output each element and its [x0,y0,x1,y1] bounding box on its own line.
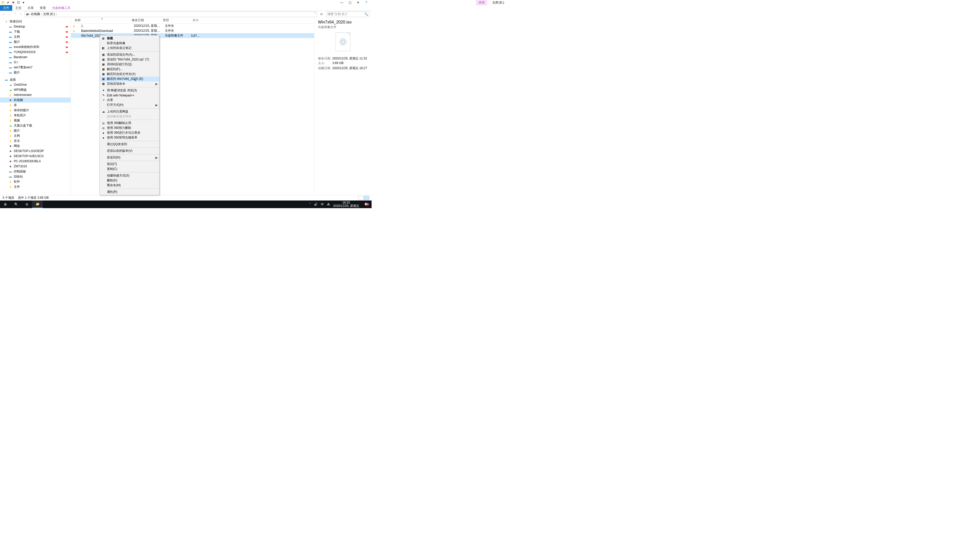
nav-item[interactable]: ▮Administrator [0,92,71,97]
help-icon[interactable]: ? [364,1,368,4]
nav-item[interactable]: ■此电脑 [0,97,71,103]
nav-item[interactable]: ▮图片 [0,128,71,133]
menu-item[interactable]: ▦其他压缩命令▶ [100,81,159,86]
menu-item[interactable]: ●使用 360管理右键菜单 [100,135,159,140]
search-icon[interactable]: 🔍 [364,13,368,16]
menu-item[interactable]: ▦添加到压缩文件(A)... [100,52,159,57]
menu-item[interactable]: ◧上传到有道云笔记 [100,46,159,51]
menu-item[interactable]: 复制(C) [100,167,159,171]
menu-item[interactable]: ✦用 蜂蜜浏览器 浏览(3) [100,88,159,93]
nav-item[interactable]: ▬下载📌 [0,29,71,34]
action-center-button[interactable]: 💬3 [363,203,370,206]
column-headers[interactable]: 名称 修改日期 类型 大小 [71,17,314,24]
file-row[interactable]: ▮12020/12/15, 星期二 1…文件夹 [71,24,314,28]
nav-item[interactable]: ▮音乐 [0,138,71,143]
tab-home[interactable]: 主页 [12,5,24,11]
recent-dropdown[interactable]: ˅ [13,13,17,16]
nav-item[interactable]: ▬win7重装win7 [0,65,71,70]
nav-item[interactable]: ▬YUNQISHI2019📌 [0,49,71,55]
nav-item[interactable]: ▮文档 [0,133,71,138]
menu-item[interactable]: 打开方式(H)▶ [100,103,159,107]
crumb-drive[interactable]: 文档 (E:) [42,12,56,16]
menu-item[interactable]: 重命名(M) [100,183,159,188]
nav-item[interactable]: ▬Bandicam [0,55,71,60]
nav-item[interactable]: ■PC-20190530OBLA [0,159,71,164]
start-button[interactable]: ⊞ [0,200,11,208]
nav-item[interactable]: ▬控制面板 [0,169,71,174]
menu-item[interactable]: ▦解压到(F)... [100,67,159,72]
nav-item[interactable]: ■ZMT2019 [0,164,71,169]
clock[interactable]: 16:32 2020/12/25, 星期五 [333,201,360,208]
menu-item[interactable]: ↗共享 [100,98,159,103]
file-row[interactable]: ▮BaiduNetdiskDownload2020/12/25, 星期五 1…文… [71,28,314,33]
nav-item[interactable]: ☁WPS网盘 [0,87,71,92]
crumb-root[interactable]: 此电脑 [30,12,41,16]
maximize-button[interactable]: ▢ [348,1,352,4]
close-red-icon[interactable]: ✖ [11,0,15,5]
nav-item[interactable]: ▬图片 [0,70,71,75]
tab-view[interactable]: 查看 [37,5,49,11]
taskview-button[interactable]: ⧉ [21,200,32,208]
col-name[interactable]: 名称 [71,18,128,22]
nav-item[interactable]: ■DESKTOP-NJEU3CG [0,154,71,159]
explorer-taskbar-button[interactable]: 📁 [32,200,43,208]
volume-icon[interactable]: 🔊 [314,203,318,206]
nav-item[interactable]: ▬G:\ [0,60,71,65]
refresh-button[interactable]: ⟳ [319,13,324,16]
nav-item[interactable]: ▬桌面 [0,77,71,82]
breadcrumb[interactable]: 🖳 › 此电脑 › 文档 (E:) › ˅ [24,11,317,17]
menu-item[interactable]: ▦解压到当前文件夹(X) [100,72,159,76]
menu-item[interactable]: 删除(D) [100,178,159,183]
nav-item[interactable]: ☁OneDrive [0,82,71,87]
col-date[interactable]: 修改日期 [128,18,159,22]
menu-item[interactable]: ▦添加到 "Win7x64_2020.zip" (T) [100,57,159,62]
menu-item[interactable]: 通过QQ发送到 [100,142,159,147]
nav-item[interactable]: ■网络 [0,143,71,148]
nav-item[interactable]: ▬回收站 [0,174,71,179]
nav-item[interactable]: ▮保存的图片 [0,108,71,113]
menu-item[interactable]: ◘使用 360解除占用 [100,121,159,125]
search-button[interactable]: 🔍 [11,200,21,208]
crumb-history-icon[interactable]: ˅ [314,13,316,16]
back-button[interactable]: ← [2,13,6,16]
view-large-button[interactable] [364,196,369,200]
view-details-button[interactable] [358,196,363,200]
nav-tree[interactable]: ★快速访问▬Desktop📌▬下载📌▬文档📌▬图片📌▬excel表格制作求和📌▬… [0,17,71,195]
nav-item[interactable]: ▬图片📌 [0,39,71,44]
qat-dropdown-icon[interactable]: ▾ [21,0,25,5]
menu-item[interactable]: ▦解压到 Win7x64_2020\ (E) [100,76,159,81]
nav-item[interactable]: ▮文件 [0,184,71,189]
col-size[interactable]: 大小 [185,18,202,22]
tab-share[interactable]: 共享 [24,5,37,11]
props-icon[interactable]: ☷ [16,0,21,5]
forward-button[interactable]: → [8,13,11,16]
ime-indicator[interactable]: 中 [321,202,324,206]
menu-item[interactable]: 剪切(T) [100,162,159,167]
menu-item[interactable]: ◎装载 [100,36,159,41]
menu-item[interactable]: ◘使用 360强力删除 [100,125,159,130]
nav-item[interactable]: ■DESKTOP-LSSOEDP [0,148,71,154]
nav-item[interactable]: ▮软件 [0,179,71,184]
menu-item[interactable]: 还原以前的版本(V) [100,148,159,153]
menu-item[interactable]: 创建快捷方式(S) [100,173,159,178]
minimize-button[interactable]: — [340,1,344,4]
search-input[interactable]: 搜索"文档 (E:)" 🔍 [326,11,369,17]
save-icon[interactable]: ✔ [6,0,10,5]
menu-item[interactable]: 属性(R) [100,189,159,194]
menu-item[interactable]: ☁上传到百度网盘 [100,109,159,114]
nav-item[interactable]: ▮视频 [0,118,71,123]
col-type[interactable]: 类型 [159,18,185,22]
tab-file[interactable]: 文件 [0,5,12,11]
menu-item[interactable]: ▦用360压缩打开(Q) [100,62,159,67]
nav-item[interactable]: ☁天翼云盘下载 [0,123,71,128]
menu-item[interactable]: ●使用 360进行木马云查杀 [100,130,159,135]
nav-item[interactable]: ★快速访问 [0,19,71,24]
nav-item[interactable]: ▬Desktop📌 [0,24,71,29]
menu-item[interactable]: 刻录光盘映像 [100,41,159,46]
tab-disc-tools[interactable]: 光盘映像工具 [49,5,73,11]
up-button[interactable]: ↑ [19,13,22,16]
menu-item[interactable]: ✎Edit with Notepad++ [100,93,159,98]
network-icon[interactable]: 🖧 [327,203,330,206]
nav-item[interactable]: ▬文档📌 [0,34,71,39]
menu-item[interactable]: 发送到(N)▶ [100,155,159,160]
